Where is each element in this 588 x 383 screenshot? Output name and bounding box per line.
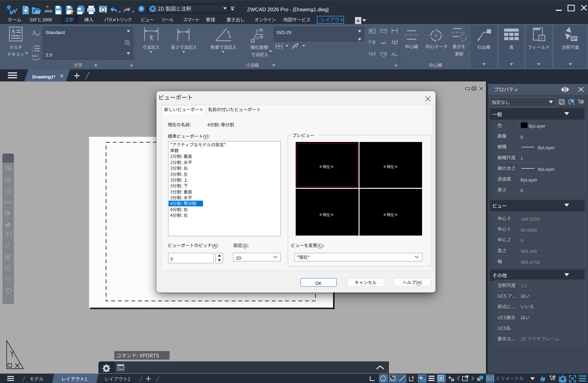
svg-text:1: 1 — [373, 30, 374, 33]
svg-text:?: ? — [140, 7, 143, 11]
svg-text:y: y — [256, 28, 258, 33]
svg-text:JWW: JWW — [44, 9, 53, 13]
svg-text:ABC: ABC — [32, 54, 39, 58]
svg-text:+: + — [561, 100, 563, 105]
svg-text:3: 3 — [32, 50, 33, 53]
svg-text:3: 3 — [5, 192, 6, 194]
svg-text:A: A — [391, 52, 394, 57]
svg-text:x: x — [256, 35, 259, 40]
svg-text:PGP: PGP — [5, 269, 10, 271]
svg-text:A: A — [126, 41, 128, 44]
svg-text:A: A — [540, 36, 543, 40]
svg-text:A: A — [11, 28, 15, 35]
svg-text:A: A — [32, 29, 37, 36]
svg-text:0.0: 0.0 — [488, 377, 492, 380]
